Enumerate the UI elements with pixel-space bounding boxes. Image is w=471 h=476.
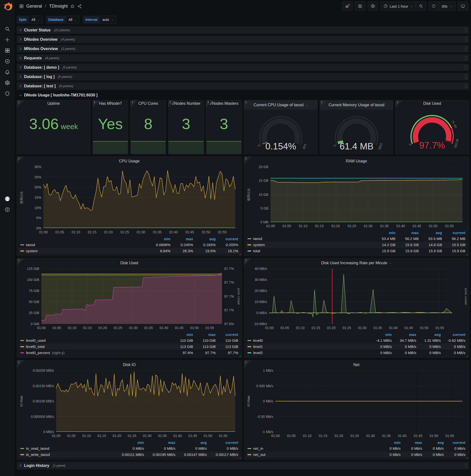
sidebar-create-button[interactable] — [0, 34, 15, 45]
legend-sort-max[interactable]: max — [401, 441, 422, 445]
legend-sort-current[interactable]: current — [207, 441, 238, 445]
series-color-swatch[interactable] — [20, 340, 24, 341]
variable-value-dropdown[interactable]: All — [29, 16, 42, 24]
series-name[interactable]: total — [253, 249, 260, 253]
legend-sort-min[interactable]: min — [372, 231, 395, 235]
panel-title[interactable]: RAM Usage — [246, 158, 467, 164]
dashboard-row[interactable]: Database: [ log ](5 panels) — [17, 73, 469, 81]
legend-sort-max[interactable]: max — [392, 332, 416, 337]
row-drag-handle[interactable] — [464, 37, 468, 42]
legend-sort-current[interactable]: current — [216, 237, 238, 241]
dashboard-settings-button[interactable] — [368, 1, 378, 11]
series-name[interactable]: level2 — [253, 351, 263, 355]
row-drag-handle[interactable] — [464, 84, 468, 88]
series-color-swatch[interactable] — [20, 454, 24, 455]
series-name[interactable]: io_read_taosd — [26, 446, 49, 450]
sidebar-configuration-button[interactable] — [0, 78, 15, 88]
variable-value-dropdown[interactable]: All — [66, 16, 80, 24]
dashboard-row[interactable]: Cluster Status(21 panels) — [17, 26, 469, 34]
panel-resize-handle[interactable] — [239, 457, 241, 459]
panel-info-icon[interactable]: i — [244, 100, 252, 108]
sidebar-explore-button[interactable] — [0, 56, 15, 67]
panel-info-icon[interactable]: i — [244, 360, 252, 368]
zoom-out-time-button[interactable] — [416, 1, 426, 11]
panel-info-icon[interactable]: i — [17, 100, 24, 108]
row-drag-handle[interactable] — [464, 65, 468, 70]
series-name[interactable]: level1 — [253, 344, 263, 349]
series-name[interactable]: system — [253, 243, 265, 247]
series-name[interactable]: taosd — [26, 243, 35, 247]
panel-title[interactable]: Current Memory Usage of taosd — [320, 100, 393, 110]
legend-sort-max[interactable]: max — [170, 237, 193, 241]
panel-info-icon[interactable]: i — [206, 100, 214, 108]
chart-plot-area[interactable]: 0%5%10%15%20%25%30%01:0001:0501:1001:150… — [19, 164, 240, 236]
panel-title[interactable]: Disk IO — [19, 362, 240, 368]
kiosk-mode-button[interactable] — [458, 1, 468, 11]
panel-info-icon[interactable]: i — [17, 360, 24, 368]
series-name[interactable]: level0_used — [26, 338, 46, 342]
series-name[interactable]: level0 — [253, 338, 263, 342]
sidebar-server-admin-button[interactable] — [0, 88, 15, 99]
row-drag-handle[interactable] — [464, 74, 468, 79]
panel-title[interactable]: Current CPU Usage of taosd — [244, 100, 318, 110]
row-dnode-usage[interactable]: DNode Usage [ huolinhe-TM1701:6030 ] — [17, 91, 469, 99]
legend-sort-current[interactable]: current — [442, 231, 465, 235]
sidebar-help-button[interactable] — [0, 204, 15, 215]
panel-resize-handle[interactable] — [466, 355, 468, 357]
series-name[interactable]: system — [26, 249, 38, 253]
panel-resize-handle[interactable] — [466, 457, 468, 459]
legend-sort-min[interactable]: min — [367, 332, 392, 337]
time-range-picker[interactable]: Last 1 hour — [381, 1, 416, 11]
panel-title[interactable]: Uptime — [17, 100, 90, 107]
row-drag-handle[interactable] — [464, 463, 468, 468]
series-color-swatch[interactable] — [248, 346, 251, 347]
dashboard-row[interactable]: Login History(1 panel) — [17, 462, 469, 469]
chart-plot-area[interactable]: 0 GiB25 GiB50 GiB75 GiB100 GiB125 GiB01:… — [19, 266, 240, 331]
legend-sort-current[interactable]: current — [216, 332, 238, 337]
panel-title[interactable]: CPU Usage — [19, 158, 240, 164]
legend-sort-avg[interactable]: avg — [193, 237, 216, 241]
add-panel-button[interactable] — [342, 1, 353, 11]
series-color-swatch[interactable] — [20, 244, 24, 245]
chart-plot-area[interactable]: 0 MB5 GB10 GB15 GB20 GB01:0001:0501:1001… — [246, 164, 467, 229]
panel-title[interactable]: Disk Used — [395, 100, 469, 107]
legend-sort-max[interactable]: max — [193, 332, 216, 337]
legend-sort-max[interactable]: max — [395, 231, 419, 235]
panel-info-icon[interactable]: i — [93, 100, 100, 108]
chart-plot-area[interactable]: -1 Mb/s-0.50 Mb/s0 Mb/s0.500 Mb/s1 Mb/s0… — [246, 368, 467, 439]
breadcrumb-dashboard[interactable]: TDinsight — [49, 4, 68, 9]
series-color-swatch[interactable] — [20, 251, 24, 252]
row-drag-handle[interactable] — [464, 56, 468, 60]
row-drag-handle[interactable] — [464, 46, 468, 51]
chart-plot-area[interactable]: -10 MB/s0 MB/s10 MB/s20 MB/s30 MB/s40 MB… — [246, 266, 467, 331]
legend-sort-min[interactable]: min — [379, 441, 401, 445]
sidebar-alerting-button[interactable] — [0, 67, 15, 78]
panel-info-icon[interactable]: i — [131, 100, 138, 108]
legend-sort-avg[interactable]: avg — [419, 231, 442, 235]
legend-sort-avg[interactable]: avg — [175, 441, 207, 445]
legend-sort-current[interactable]: current — [444, 441, 465, 445]
legend-sort-min[interactable]: min — [148, 237, 170, 241]
series-name[interactable]: taosd — [253, 237, 262, 241]
series-color-swatch[interactable] — [248, 352, 251, 353]
legend-sort-min[interactable]: min — [113, 441, 144, 445]
variable-value-dropdown[interactable]: auto — [100, 16, 116, 24]
series-name[interactable]: net_out — [253, 452, 265, 457]
refresh-interval-picker[interactable]: 30s — [439, 1, 455, 11]
panel-info-icon[interactable]: i — [244, 258, 252, 266]
series-name[interactable]: level0_total — [26, 344, 45, 349]
panel-info-icon[interactable]: i — [320, 100, 327, 108]
panel-title[interactable]: Disk Used Increasing Rate per Minute — [246, 260, 467, 266]
dashboard-row[interactable]: Database: [ test ](5 panels) — [17, 82, 469, 90]
sidebar-search-button[interactable] — [0, 24, 15, 34]
series-color-swatch[interactable] — [20, 448, 24, 449]
panel-info-icon[interactable]: i — [168, 100, 176, 108]
panel-info-icon[interactable]: i — [395, 100, 403, 108]
dashboard-row[interactable]: DNodes Overview(4 panels) — [17, 35, 469, 43]
series-color-swatch[interactable] — [248, 448, 251, 449]
series-name[interactable]: io_write_taosd — [26, 452, 50, 457]
dashboard-row[interactable]: Requests(4 panels) — [17, 54, 469, 62]
star-dashboard-icon[interactable] — [70, 4, 75, 9]
legend-sort-current[interactable]: current — [441, 332, 465, 337]
series-color-swatch[interactable] — [248, 340, 251, 341]
